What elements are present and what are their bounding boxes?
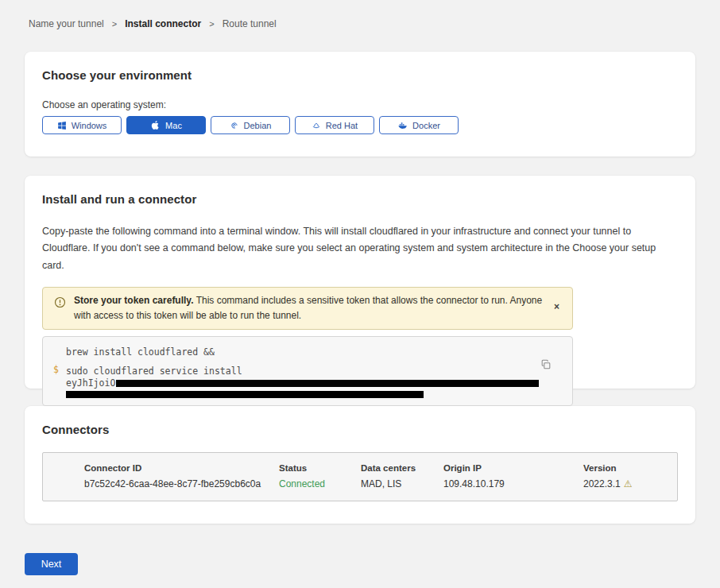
column-header-status: Status [279, 463, 361, 473]
command-line-2: sudo cloudflared service install [66, 366, 540, 378]
breadcrumb-separator: > [209, 19, 214, 29]
redacted-token-bar [66, 391, 424, 398]
install-connector-title: Install and run a connector [42, 192, 678, 206]
next-button[interactable]: Next [25, 553, 78, 575]
version-cell: 2022.3.1 ⚠ [583, 478, 677, 489]
connectors-card: Connectors Connector ID Status Data cent… [25, 406, 695, 524]
connectors-card-title: Connectors [42, 423, 678, 436]
command-line-1: brew install cloudflared && [66, 346, 540, 359]
token-warning-text: Store your token carefully. This command… [74, 293, 543, 323]
column-header-data-centers: Data centers [361, 463, 443, 473]
breadcrumb-step-name-tunnel[interactable]: Name your tunnel [29, 18, 104, 29]
warning-triangle-icon: ⚠ [624, 478, 633, 489]
os-button-docker[interactable]: Docker [379, 116, 459, 134]
shell-prompt: $ [53, 364, 59, 377]
breadcrumb-step-route-tunnel[interactable]: Route tunnel [223, 18, 277, 29]
redacted-token-bar [116, 380, 539, 387]
copy-icon[interactable] [539, 358, 553, 374]
table-row: b7c52c42-6caa-48ee-8c77-fbe259cb6c0a Con… [84, 478, 677, 489]
install-connector-card: Install and run a connector Copy-paste t… [25, 176, 695, 389]
token-warning-banner: Store your token carefully. This command… [42, 287, 573, 330]
close-icon[interactable]: × [551, 300, 563, 314]
os-button-windows[interactable]: Windows [42, 116, 122, 134]
os-button-label: Debian [244, 121, 272, 130]
data-centers-cell: MAD, LIS [361, 478, 443, 489]
os-button-label: Mac [165, 121, 182, 130]
redhat-icon [312, 121, 321, 130]
install-command-code-block: $ brew install cloudflared && sudo cloud… [42, 336, 573, 406]
origin-ip-cell: 109.48.10.179 [443, 478, 583, 489]
debian-icon [230, 121, 239, 130]
os-select-label: Choose an operating system: [42, 99, 678, 110]
connectors-table: Connector ID Status Data centers Origin … [42, 452, 678, 501]
token-line: eyJhIjoiO [66, 377, 540, 390]
column-header-version: Version [583, 463, 677, 473]
breadcrumb: Name your tunnel > Install connector > R… [29, 18, 695, 29]
status-badge: Connected [279, 478, 361, 489]
column-header-origin-ip: Origin IP [443, 463, 583, 473]
os-button-label: Red Hat [326, 121, 358, 130]
os-button-label: Docker [412, 121, 440, 130]
token-prefix: eyJhIjoiO [66, 377, 115, 390]
token-warning-title: Store your token carefully. [74, 295, 194, 306]
breadcrumb-separator: > [112, 19, 117, 29]
column-header-connector-id: Connector ID [84, 463, 279, 473]
table-header-row: Connector ID Status Data centers Origin … [84, 463, 677, 473]
version-value: 2022.3.1 [583, 478, 621, 489]
os-button-mac[interactable]: Mac [126, 116, 206, 134]
apple-icon [150, 120, 161, 130]
docker-icon [397, 120, 408, 130]
install-connector-description: Copy-paste the following command into a … [42, 223, 678, 274]
alert-circle-icon [54, 296, 66, 311]
os-button-group: Windows Mac Debian Red Hat [42, 116, 678, 134]
tunnel-setup-page: Name your tunnel > Install connector > R… [0, 0, 720, 588]
windows-icon [57, 121, 67, 130]
os-button-debian[interactable]: Debian [211, 116, 290, 134]
breadcrumb-step-install-connector[interactable]: Install connector [125, 18, 201, 29]
environment-card-title: Choose your environment [42, 68, 678, 82]
connector-id-cell: b7c52c42-6caa-48ee-8c77-fbe259cb6c0a [84, 478, 279, 489]
os-button-redhat[interactable]: Red Hat [295, 116, 374, 134]
environment-card: Choose your environment Choose an operat… [25, 52, 695, 157]
os-button-label: Windows [72, 121, 107, 130]
